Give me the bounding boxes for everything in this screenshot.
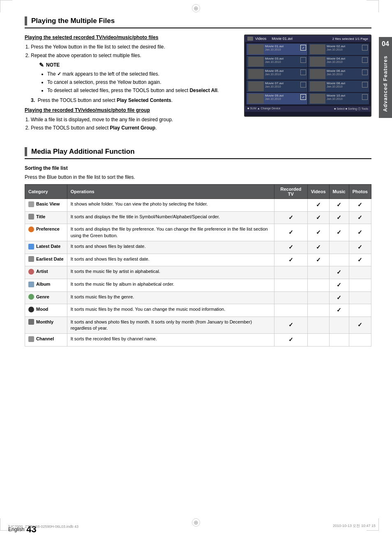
category-label-2: Preference [36,226,60,232]
category-label-10: Channel [36,336,54,342]
operation-cell-6: It sorts the music file by album in alph… [67,279,274,291]
recorded_tv-cell-8 [274,304,307,317]
col-music: Music [329,185,349,199]
col-videos: Videos [307,185,329,199]
operation-cell-9: It sorts and shows photo files by month.… [67,317,274,334]
note-bullet-3: To deselect all selected files, press th… [47,87,236,94]
table-row: MoodIt sorts music files by the mood. Yo… [25,304,371,317]
section2-header: Media Play Additional Function [25,147,371,159]
recorded_tv-cell-10: ✓ [274,334,307,347]
videos-cell-3: ✓ [307,241,329,254]
row-icon-0 [28,201,34,207]
subsection2-step2: Press the TOOLS button and select Play C… [31,125,236,132]
photos-cell-10 [349,334,371,347]
col-operations: Operations [67,185,274,199]
col-category: Category [25,185,67,199]
col-recorded-tv: Recorded TV [274,185,307,199]
section2-bar [25,147,27,156]
subsection1-title: Playing the selected recorded TV/video/m… [25,35,236,40]
section1-text: Playing the selected recorded TV/video/m… [25,35,236,135]
table-row: PreferenceIt sorts and displays the file… [25,224,371,241]
note-title: ✎ NOTE [39,61,236,69]
tv-item-4: Movie 04.avi Jan.10.2010 [308,56,369,67]
subsection2-steps: While a file list is displayed, move to … [31,116,236,132]
videos-cell-10 [307,334,329,347]
tv-item-3: Movie 03.avi Jan.10.2010 [247,56,307,67]
tv-header-left: Videos Movie 01.avi [247,37,293,41]
music-cell-4 [329,254,349,266]
videos-cell-5 [307,266,329,279]
tv-item-10: Movie 10.avi Jan.10.2010 [308,93,369,104]
section1-content: Playing the selected recorded TV/video/m… [25,35,371,135]
tv-footer: ■ SUM ▲ Change Device ■ Select ■ Sorting… [245,106,371,112]
photos-cell-2: ✓ [349,224,371,241]
section2-title: Media Play Additional Function [31,148,135,156]
category-label-3: Latest Date [36,243,60,250]
section1-title: Playing the Multiple Files [31,17,115,25]
recorded_tv-cell-7 [274,291,307,304]
note-bullet-1: The ✓ mark appears to the left of the se… [47,71,236,78]
col-photos: Photos [349,185,371,199]
category-label-0: Basic View [36,201,60,207]
tv-header: Videos Movie 01.avi 2 files selected 1/1… [245,35,371,42]
section1-bar [25,16,27,25]
tv-screenshot: Videos Movie 01.avi 2 files selected 1/1… [244,35,371,117]
music-cell-6: ✓ [329,279,349,291]
note-bullets: The ✓ mark appears to the left of the se… [47,71,236,94]
table-row: GenreIt sorts music files by the genre.✓ [25,291,371,304]
photos-cell-6 [349,279,371,291]
subsection2-step1: While a file list is displayed, move to … [31,116,236,123]
photos-cell-5 [349,266,371,279]
music-cell-3 [329,241,349,254]
recorded_tv-cell-5 [274,266,307,279]
operation-cell-4: It sorts and shows files by earliest dat… [67,254,274,266]
operation-cell-1: It sorts and displays the file title in … [67,211,274,224]
photos-cell-8 [349,304,371,317]
category-cell-10: Channel [25,334,67,347]
category-cell-6: Album [25,279,67,291]
photos-cell-0: ✓ [349,199,371,212]
tv-item-5: Movie 05.avi Jan.10.2010 [247,68,307,80]
category-cell-7: Genre [25,291,67,304]
videos-cell-6 [307,279,329,291]
row-icon-5 [28,269,34,275]
videos-cell-2: ✓ [307,224,329,241]
operation-cell-8: It sorts music files by the mood. You ca… [67,304,274,317]
row-icon-7 [28,294,34,300]
tv-videos-icon [247,37,253,41]
note-bullet-2: To cancel a selection, press the Yellow … [47,79,236,86]
operation-cell-3: It sorts and shows files by latest date. [67,241,274,254]
table-row: TitleIt sorts and displays the file titl… [25,211,371,224]
category-cell-4: Earliest Date [25,254,67,266]
row-icon-6 [28,282,34,287]
recorded_tv-cell-0 [274,199,307,212]
photos-cell-3: ✓ [349,241,371,254]
row-icon-10 [28,336,34,342]
row-icon-9 [28,319,34,325]
recorded_tv-cell-1: ✓ [274,211,307,224]
music-cell-10 [329,334,349,347]
row-icon-1 [28,214,34,220]
category-label-8: Mood [36,306,48,312]
tv-item-9: Movie 09.avi Jan.10.2010 ✓ [247,93,307,104]
section1-header: Playing the Multiple Files [25,16,371,28]
music-cell-0: ✓ [329,199,349,212]
category-label-4: Earliest Date [36,256,64,262]
tv-item-2: Movie 02.avi Jan.10.2010 [308,44,369,55]
tv-item-7: Movie 07.avi Jan.10.2010 [247,81,307,92]
music-cell-1: ✓ [329,211,349,224]
operation-cell-2: It sorts and displays the file by prefer… [67,224,274,241]
step2-item: Repeat the above operation to select mul… [31,52,236,94]
category-cell-2: Preference [25,224,67,241]
file-tag: [UC7000_ZT]BN68-02590H-06L03.indb 43 [8,525,78,529]
music-cell-2: ✓ [329,224,349,241]
category-cell-0: Basic View [25,199,67,212]
recorded_tv-cell-4: ✓ [274,254,307,266]
table-row: Basic ViewIt shows whole folder. You can… [25,199,371,212]
tv-footer-right: ■ Select ■ Sorting ⓕ Tools [334,107,368,111]
subsection2-title: Playing the recorded TV/video/music/phot… [25,107,236,113]
recorded_tv-cell-3: ✓ [274,241,307,254]
tv-footer-left: ■ SUM ▲ Change Device [247,107,280,111]
music-cell-8: ✓ [329,304,349,317]
videos-cell-9 [307,317,329,334]
